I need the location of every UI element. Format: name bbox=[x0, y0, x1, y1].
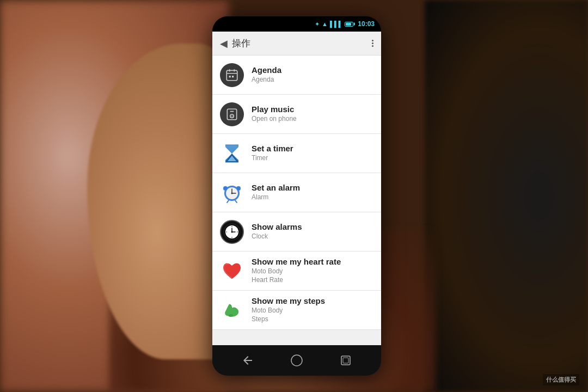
alarm-text: Set an alarm Alarm bbox=[252, 183, 300, 202]
svg-point-36 bbox=[229, 314, 233, 316]
play-music-text: Play music Open on phone bbox=[252, 105, 297, 124]
play-music-title: Play music bbox=[252, 105, 297, 114]
svg-point-23 bbox=[231, 192, 233, 194]
background-right bbox=[425, 0, 588, 392]
steps-subtitle: Moto Body Steps bbox=[252, 307, 325, 323]
heart-rate-subtitle: Moto Body Heart Rate bbox=[252, 267, 341, 284]
list-item-steps[interactable]: Show me my steps Moto Body Steps bbox=[212, 291, 381, 330]
show-alarms-text: Show alarms Clock bbox=[252, 222, 302, 241]
svg-line-25 bbox=[235, 200, 237, 203]
signal-bars: ▌▌▌ bbox=[330, 21, 342, 27]
steps-icon bbox=[220, 298, 244, 322]
svg-line-24 bbox=[227, 200, 229, 203]
list-item-show-alarms[interactable]: Show alarms Clock bbox=[212, 212, 381, 252]
timer-subtitle: Timer bbox=[252, 154, 293, 163]
svg-rect-4 bbox=[229, 76, 231, 77]
alarm-icon bbox=[220, 181, 244, 205]
agenda-text: Agenda Agenda bbox=[252, 65, 281, 84]
list-item-agenda[interactable]: Agenda Agenda bbox=[212, 56, 381, 95]
timer-title: Set a timer bbox=[252, 144, 293, 153]
steps-title: Show me my steps bbox=[252, 296, 325, 305]
timer-text: Set a timer Timer bbox=[252, 144, 293, 163]
show-alarms-title: Show alarms bbox=[252, 222, 302, 231]
nav-back-button[interactable] bbox=[236, 348, 260, 372]
steps-text: Show me my steps Moto Body Steps bbox=[252, 296, 325, 323]
svg-point-37 bbox=[291, 355, 302, 366]
heart-rate-text: Show me my heart rate Moto Body Heart Ra… bbox=[252, 257, 341, 284]
status-icons: ✦ ▲ ▌▌▌ 10:03 bbox=[315, 20, 375, 28]
watermark: 什么值得买 bbox=[543, 374, 579, 385]
actions-list: Agenda Agenda Play bbox=[212, 56, 381, 330]
clock-icon bbox=[220, 220, 244, 244]
svg-point-18 bbox=[223, 186, 228, 191]
battery-icon bbox=[345, 22, 353, 27]
list-item-play-music[interactable]: Play music Open on phone bbox=[212, 95, 381, 134]
wifi-icon: ▲ bbox=[322, 21, 328, 27]
scene: ✦ ▲ ▌▌▌ 10:03 ◀ 操作 bbox=[0, 0, 588, 392]
overflow-menu-button[interactable] bbox=[372, 32, 373, 55]
status-bar: ✦ ▲ ▌▌▌ 10:03 bbox=[212, 16, 381, 32]
nav-home-button[interactable] bbox=[285, 348, 309, 372]
bluetooth-icon: ✦ bbox=[315, 21, 320, 28]
status-time: 10:03 bbox=[358, 20, 375, 28]
top-bar: ◀ 操作 bbox=[212, 32, 381, 56]
svg-rect-39 bbox=[343, 358, 348, 363]
screen: ◀ 操作 bbox=[212, 32, 381, 345]
svg-point-8 bbox=[231, 115, 232, 117]
agenda-icon bbox=[220, 63, 244, 87]
back-arrow-icon[interactable]: ◀ bbox=[220, 38, 228, 50]
svg-rect-0 bbox=[226, 70, 237, 80]
alarm-subtitle: Alarm bbox=[252, 193, 300, 202]
heart-rate-title: Show me my heart rate bbox=[252, 257, 341, 266]
show-alarms-subtitle: Clock bbox=[252, 232, 302, 241]
nav-recents-button[interactable] bbox=[334, 348, 358, 372]
heart-rate-icon bbox=[220, 259, 244, 283]
play-music-subtitle: Open on phone bbox=[252, 115, 297, 124]
timer-icon bbox=[220, 142, 244, 166]
svg-point-19 bbox=[236, 186, 241, 191]
svg-rect-38 bbox=[341, 356, 350, 365]
svg-point-35 bbox=[231, 231, 233, 232]
list-item-heart-rate[interactable]: Show me my heart rate Moto Body Heart Ra… bbox=[212, 252, 381, 291]
page-title: 操作 bbox=[232, 37, 250, 50]
svg-rect-5 bbox=[232, 76, 234, 77]
alarm-title: Set an alarm bbox=[252, 183, 300, 192]
agenda-title: Agenda bbox=[252, 65, 281, 75]
agenda-subtitle: Agenda bbox=[252, 76, 281, 84]
play-music-icon bbox=[220, 102, 244, 126]
nav-bar bbox=[212, 345, 381, 376]
svg-marker-11 bbox=[225, 145, 238, 154]
list-item-set-timer[interactable]: Set a timer Timer bbox=[212, 134, 381, 173]
phone: ✦ ▲ ▌▌▌ 10:03 ◀ 操作 bbox=[212, 16, 381, 376]
list-item-set-alarm[interactable]: Set an alarm Alarm bbox=[212, 173, 381, 212]
